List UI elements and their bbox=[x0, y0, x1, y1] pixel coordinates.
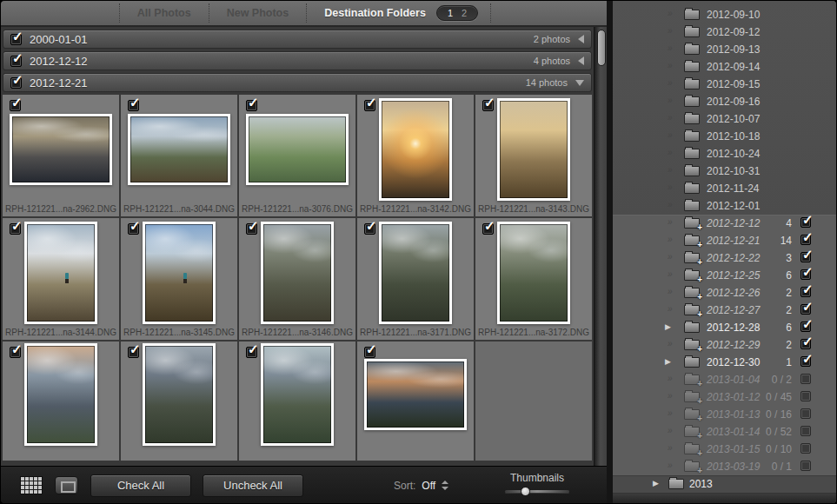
folder-checkbox[interactable] bbox=[800, 461, 811, 471]
folder-row-2012-10-18[interactable]: » + 2012-10-18 bbox=[613, 128, 837, 145]
thumbnail-size-slider[interactable] bbox=[505, 490, 569, 493]
scrollbar-thumb[interactable] bbox=[597, 30, 606, 66]
photo-cell[interactable]: ✓ RPH-121221...na-3142.DNG bbox=[357, 95, 474, 216]
photo-cell[interactable]: ✓ bbox=[357, 342, 474, 461]
sort-control[interactable]: Sort: Off bbox=[394, 467, 448, 504]
uncheck-all-button[interactable]: Uncheck All bbox=[203, 474, 303, 497]
photo-checkbox[interactable]: ✓ bbox=[10, 100, 21, 111]
folder-row-2013-01-14[interactable]: » + 2013-01-14 0 / 52 bbox=[613, 423, 837, 441]
group-checkbox[interactable]: ✓ bbox=[10, 34, 22, 45]
expand-triangle-icon[interactable]: ▶ bbox=[665, 322, 671, 331]
photo-cell[interactable]: ✓ RPH-121221...na-3171.DNG bbox=[357, 218, 474, 340]
photo-checkbox[interactable]: ✓ bbox=[364, 223, 375, 235]
photo-thumbnail[interactable] bbox=[24, 343, 97, 446]
photo-checkbox[interactable]: ✓ bbox=[10, 347, 21, 358]
tab-destination-folders[interactable]: Destination Folders bbox=[307, 7, 435, 19]
folder-checkbox[interactable]: ✓ bbox=[800, 235, 811, 245]
folder-row-2012-09-15[interactable]: » + 2012-09-15 bbox=[613, 76, 837, 93]
photo-thumbnail[interactable] bbox=[143, 343, 216, 446]
folder-row-2012-09-12[interactable]: » + 2012-09-12 bbox=[613, 23, 837, 41]
photo-cell[interactable]: ✓ RPH-121221...na-2962.DNG bbox=[3, 95, 119, 216]
photo-cell[interactable]: ✓ RPH-121221...na-3146.DNG bbox=[239, 218, 355, 340]
photo-thumbnail[interactable] bbox=[261, 343, 334, 446]
photo-thumbnail[interactable] bbox=[379, 222, 452, 324]
folder-row-2012-12-30[interactable]: ▶ + 2012-12-30 1 ✓ bbox=[613, 354, 837, 371]
photo-thumbnail[interactable] bbox=[24, 222, 97, 324]
page-1-button[interactable]: 1 bbox=[448, 8, 453, 18]
photo-cell[interactable]: ✓ bbox=[3, 342, 119, 461]
group-header-2012-12-21[interactable]: ✓ 2012-12-21 14 photos bbox=[3, 73, 592, 92]
photo-checkbox[interactable]: ✓ bbox=[128, 100, 139, 111]
folder-checkbox[interactable]: ✓ bbox=[800, 356, 811, 367]
photo-thumbnail[interactable] bbox=[497, 222, 570, 324]
folder-checkbox[interactable]: ✓ bbox=[800, 217, 811, 228]
folder-row-2012-09-16[interactable]: » + 2012-09-16 bbox=[613, 93, 837, 110]
photo-checkbox[interactable]: ✓ bbox=[128, 347, 139, 358]
collapse-arrow-icon[interactable] bbox=[578, 35, 584, 43]
expand-triangle-icon[interactable]: ▶ bbox=[653, 479, 659, 487]
folder-row-2013-01-13[interactable]: » + 2013-01-13 0 / 16 bbox=[613, 406, 837, 423]
group-checkbox[interactable]: ✓ bbox=[10, 77, 22, 89]
folder-checkbox[interactable]: ✓ bbox=[800, 322, 811, 332]
check-all-button[interactable]: Check All bbox=[90, 474, 191, 497]
photo-checkbox[interactable]: ✓ bbox=[246, 347, 257, 358]
photo-checkbox[interactable]: ✓ bbox=[482, 223, 494, 235]
folder-row-2012-09-10[interactable]: » + 2012-09-10 bbox=[613, 6, 837, 23]
folder-row-2012-10-31[interactable]: » + 2012-10-31 bbox=[613, 162, 837, 180]
sort-arrows-icon[interactable] bbox=[442, 481, 448, 490]
folder-row-2012-11-24[interactable]: » + 2012-11-24 bbox=[613, 180, 837, 197]
folder-row-2013-01-12[interactable]: » + 2013-01-12 0 / 45 bbox=[613, 388, 837, 406]
photo-thumbnail[interactable] bbox=[379, 98, 452, 201]
photo-checkbox[interactable]: ✓ bbox=[246, 100, 257, 111]
photo-checkbox[interactable]: ✓ bbox=[482, 100, 494, 111]
photo-thumbnail[interactable] bbox=[261, 222, 334, 324]
folder-checkbox[interactable]: ✓ bbox=[800, 304, 811, 315]
folder-row-2013-03-19[interactable]: » + 2013-03-19 0 / 1 bbox=[613, 458, 837, 475]
folder-row-2013-01-15[interactable]: » + 2013-01-15 0 / 10 bbox=[613, 441, 837, 458]
photo-cell[interactable]: ✓ RPH-121221...na-3172.DNG bbox=[475, 218, 592, 340]
photo-checkbox[interactable]: ✓ bbox=[128, 223, 139, 235]
folder-checkbox[interactable]: ✓ bbox=[800, 252, 811, 262]
photo-checkbox[interactable]: ✓ bbox=[364, 347, 375, 358]
photo-cell[interactable]: ✓ RPH-121221...na-3145.DNG bbox=[121, 218, 237, 340]
group-header-2012-12-12[interactable]: ✓ 2012-12-12 4 photos bbox=[3, 51, 592, 70]
folder-row-2012-09-13[interactable]: » + 2012-09-13 bbox=[613, 41, 837, 58]
folder-checkbox[interactable] bbox=[800, 374, 811, 384]
grid-view-icon[interactable] bbox=[20, 476, 43, 494]
photo-thumbnail[interactable] bbox=[497, 98, 570, 201]
folder-row-2012-09-14[interactable]: » + 2012-09-14 bbox=[613, 58, 837, 76]
photo-checkbox[interactable]: ✓ bbox=[10, 223, 21, 235]
folder-checkbox[interactable] bbox=[800, 408, 811, 419]
photo-checkbox[interactable]: ✓ bbox=[364, 100, 375, 111]
group-header-2000-01-01[interactable]: ✓ 2000-01-01 2 photos bbox=[3, 30, 592, 49]
folder-checkbox[interactable] bbox=[800, 443, 811, 454]
collapse-arrow-icon[interactable] bbox=[578, 56, 584, 65]
photo-thumbnail[interactable] bbox=[364, 359, 467, 430]
photo-cell[interactable]: ✓ RPH-121221...na-3044.DNG bbox=[121, 95, 237, 216]
folder-row-2012-10-07[interactable]: » + 2012-10-07 bbox=[613, 110, 837, 128]
photo-checkbox[interactable]: ✓ bbox=[246, 223, 257, 235]
folder-row-2013[interactable]: ▶ + 2013 bbox=[613, 475, 837, 493]
photo-thumbnail[interactable] bbox=[246, 114, 349, 185]
folder-checkbox[interactable]: ✓ bbox=[800, 269, 811, 280]
photo-cell[interactable]: ✓ bbox=[239, 342, 355, 461]
folder-checkbox[interactable] bbox=[800, 426, 811, 436]
sort-value[interactable]: Off bbox=[422, 480, 435, 492]
photo-thumbnail[interactable] bbox=[10, 114, 112, 185]
photo-cell[interactable]: ✓ bbox=[121, 342, 237, 461]
tab-new-photos[interactable]: New Photos bbox=[209, 7, 307, 19]
photo-cell[interactable]: ✓ RPH-121221...na-3076.DNG bbox=[239, 95, 355, 216]
folder-row-2013-01-04[interactable]: » + 2013-01-04 0 / 2 bbox=[613, 371, 837, 388]
page-2-button[interactable]: 2 bbox=[462, 8, 467, 18]
loupe-view-icon[interactable] bbox=[55, 476, 78, 494]
group-checkbox[interactable]: ✓ bbox=[10, 56, 22, 67]
tab-all-photos[interactable]: All Photos bbox=[120, 7, 209, 19]
folder-checkbox[interactable] bbox=[800, 391, 811, 401]
photo-thumbnail[interactable] bbox=[143, 222, 216, 324]
expand-triangle-icon[interactable]: ▶ bbox=[665, 357, 671, 366]
photo-cell[interactable]: ✓ RPH-121221...na-3144.DNG bbox=[3, 218, 119, 340]
folder-checkbox[interactable]: ✓ bbox=[800, 339, 811, 349]
collapse-arrow-icon[interactable] bbox=[575, 80, 584, 86]
folder-checkbox[interactable]: ✓ bbox=[800, 287, 811, 297]
photo-thumbnail[interactable] bbox=[128, 114, 230, 185]
